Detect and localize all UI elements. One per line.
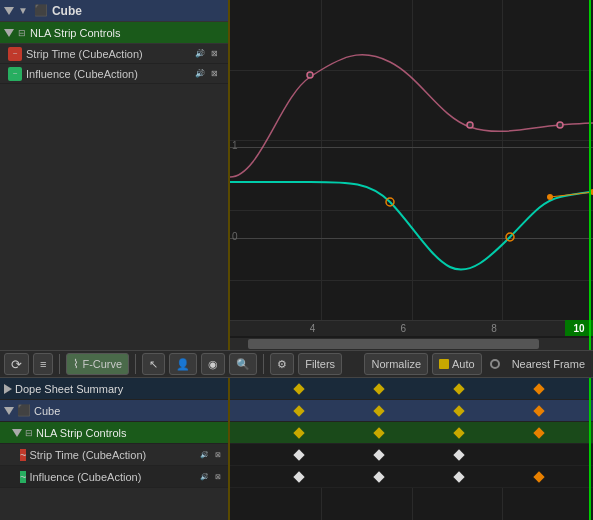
strip-dope-icon: ~ [20,449,26,461]
horizontal-scrollbar[interactable] [230,338,593,350]
dope-influence-row[interactable]: ~ Influence (CubeAction) 🔊 ⊠ [0,466,228,488]
frame-label-4: 4 [310,323,316,334]
kf-infl-4[interactable] [533,471,544,482]
channel-icons: 🔊 ⊠ [194,48,220,60]
pin-icon[interactable]: ⊠ [208,48,220,60]
radio-button[interactable] [490,359,500,369]
kf-summary-4[interactable] [533,383,544,394]
influence-channel-icons: 🔊 ⊠ [194,68,220,80]
sep2 [135,354,136,374]
sep1 [59,354,60,374]
influence-mute-icon[interactable]: 🔊 [194,68,206,80]
kf-strip-3[interactable] [453,449,464,460]
normalize-btn[interactable]: Normalize [364,353,428,375]
cog-icon: ⚙ [277,358,287,371]
svg-point-2 [547,194,553,200]
influence-icon: ~ [8,67,22,81]
strip-dope-icons: 🔊 ⊠ [198,449,224,461]
influence-channel[interactable]: ~ Influence (CubeAction) 🔊 ⊠ [0,64,228,84]
pin-tool-icon: 👤 [176,358,190,371]
kf-summary-2[interactable] [374,383,385,394]
circle-icon: ◉ [208,358,218,371]
strip-time-channel[interactable]: ~ Strip Time (CubeAction) 🔊 ⊠ [0,44,228,64]
influence-dope-icons: 🔊 ⊠ [198,471,224,483]
filters-label: Filters [305,358,335,370]
strip-mute-icon[interactable]: 🔊 [198,449,210,461]
grid-line-h4 [230,280,593,281]
svg-line-4 [550,192,593,197]
strip-time-icon: ~ [8,47,22,61]
kf-cube-1[interactable] [294,405,305,416]
scrollbar-thumb[interactable] [248,339,538,349]
auto-btn[interactable]: Auto [432,353,482,375]
circle-btn[interactable]: ◉ [201,353,225,375]
filters-btn[interactable]: Filters [298,353,342,375]
channel-list: ▼ ⬛ Cube ⊟ NLA Strip Controls ~ Strip Ti… [0,0,230,350]
kf-nla-3[interactable] [453,427,464,438]
nla-strip-icon: ⊟ [25,428,33,438]
strip-pin-icon[interactable]: ⊠ [212,449,224,461]
dope-summary-row[interactable]: Dope Sheet Summary [0,378,228,400]
list-icon: ≡ [40,358,46,370]
strip-time-label: Strip Time (CubeAction) [26,48,190,60]
cursor-btn[interactable]: ↖ [142,353,165,375]
nla-dope-label: NLA Strip Controls [36,427,126,439]
graph-area[interactable]: 1 0 4 6 8 10 [230,0,593,350]
kf-infl-1[interactable] [294,471,305,482]
frame-label-6: 6 [401,323,407,334]
nla-strip-controls-header: ⊟ NLA Strip Controls [0,22,228,44]
dope-nla-row[interactable]: ⊟ NLA Strip Controls [0,422,228,444]
sep3 [263,354,264,374]
search-btn[interactable]: 🔍 [229,353,257,375]
kf-strip-2[interactable] [374,449,385,460]
infl-mute-icon[interactable]: 🔊 [198,471,210,483]
influence-label: Influence (CubeAction) [26,68,190,80]
fcurve-mode-btn[interactable]: ⌇ F-Curve [66,353,129,375]
dope-strip-row[interactable]: ~ Strip Time (CubeAction) 🔊 ⊠ [0,444,228,466]
nla-label: NLA Strip Controls [30,27,120,39]
cube-header: ▼ ⬛ Cube [0,0,228,22]
triangle-down-icon-nla [4,29,14,37]
mute-icon[interactable]: 🔊 [194,48,206,60]
summary-label: Dope Sheet Summary [15,383,123,395]
kf-cube-4[interactable] [533,405,544,416]
dope-cube-row[interactable]: ⬛ Cube [0,400,228,422]
kf-nla-2[interactable] [374,427,385,438]
kf-nla-1[interactable] [294,427,305,438]
kf-cube-2[interactable] [374,405,385,416]
strip-dope-label: Strip Time (CubeAction) [29,449,195,461]
svg-point-0 [386,198,394,206]
grid-line-v1 [321,0,322,336]
kf-cube-3[interactable] [453,405,464,416]
nla-mode-icon: ⟳ [11,357,22,372]
normalize-label: Normalize [371,358,421,370]
cube-expand-icon [4,407,14,415]
cube-icon: ⬛ [34,4,48,17]
svg-point-6 [467,122,473,128]
kf-strip-1[interactable] [294,449,305,460]
cube-obj-icon: ⬛ [17,404,31,417]
dope-list-fill [0,488,228,520]
search-icon: 🔍 [236,358,250,371]
kf-nla-4[interactable] [533,427,544,438]
kf-summary-3[interactable] [453,383,464,394]
influence-pin-icon[interactable]: ⊠ [208,68,220,80]
mode-icon-btn[interactable]: ⟳ [4,353,29,375]
pin-btn[interactable]: 👤 [169,353,197,375]
summary-keyframes [230,378,593,400]
nearest-frame-label: Nearest Frame [508,358,589,370]
settings-btn[interactable]: ⚙ [270,353,294,375]
grid-line-v2 [412,0,413,336]
grid-line-h2 [230,140,593,141]
auto-checkbox [439,359,449,369]
kf-infl-3[interactable] [453,471,464,482]
kf-infl-2[interactable] [374,471,385,482]
value1-line [230,147,593,148]
dope-keyframes-area[interactable] [230,378,593,520]
zero-line [230,238,593,239]
grid-line-h1 [230,70,593,71]
infl-pin-icon[interactable]: ⊠ [212,471,224,483]
list-icon-btn[interactable]: ≡ [33,353,53,375]
triangle-down-icon [4,7,14,15]
kf-summary-1[interactable] [294,383,305,394]
